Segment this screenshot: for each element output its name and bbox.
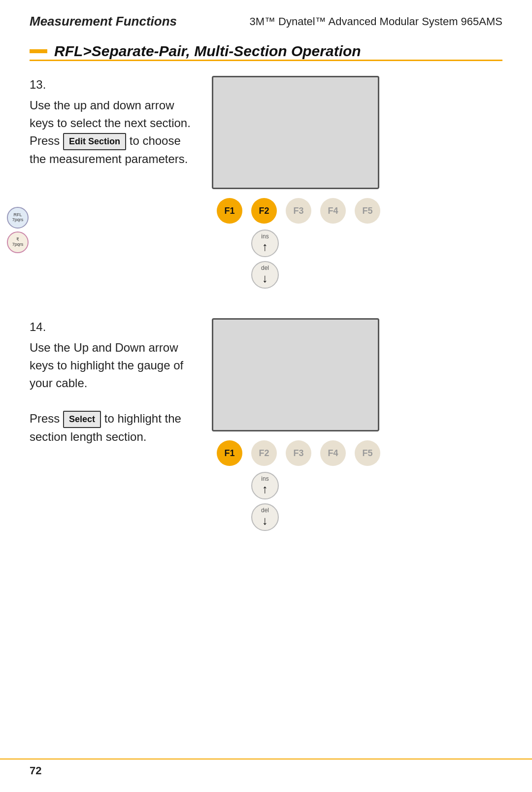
page-footer: 72 xyxy=(0,759,532,777)
select-button[interactable]: Select xyxy=(63,411,101,428)
step14-content: 14. Use the Up and Down arrow keys to hi… xyxy=(0,289,532,531)
f5-button-1[interactable]: F5 xyxy=(355,198,380,224)
side-icon-rfl-label: RFL7pqrs xyxy=(12,213,24,223)
f5-button-2[interactable]: F5 xyxy=(355,440,380,466)
page-title: RFL>Separate-Pair, Multi-Section Operati… xyxy=(54,43,361,60)
title-prefix: RFL> xyxy=(54,43,92,59)
ins-arrow-1: ↑ xyxy=(262,240,268,254)
f3-button-1[interactable]: F3 xyxy=(286,198,311,224)
title-section: RFL>Separate-Pair, Multi-Section Operati… xyxy=(0,34,532,60)
step13-number: 13. xyxy=(30,76,192,94)
step13-text: 13. Use the up and down arrow keys to se… xyxy=(30,76,192,289)
ins-label-1: ins xyxy=(261,233,268,240)
device-screen-1 xyxy=(212,76,379,189)
f2-button-2[interactable]: F2 xyxy=(251,440,277,466)
step14-device: F1 F2 F3 F4 F5 ins ↑ del ↓ xyxy=(212,318,502,531)
f4-button-1[interactable]: F4 xyxy=(320,198,346,224)
del-arrow-1: ↓ xyxy=(262,271,268,285)
ins-button-2[interactable]: ins ↑ xyxy=(251,472,279,499)
page-header: Measurement Functions 3M™ Dynatel™ Advan… xyxy=(0,0,532,34)
del-label-2: del xyxy=(261,507,269,514)
f4-button-2[interactable]: F4 xyxy=(320,440,346,466)
side-icons-container: RFL7pqrs ₹7pqrs xyxy=(7,207,29,253)
func-buttons-1: F1 F2 F3 F4 F5 xyxy=(217,198,380,224)
step14-text-before-btn: Press xyxy=(30,412,60,425)
nav-buttons-2: ins ↑ del ↓ xyxy=(251,472,279,531)
nav-buttons-1: ins ↑ del ↓ xyxy=(251,230,279,289)
header-section-title: Measurement Functions xyxy=(30,14,177,29)
title-main: Separate-Pair, Multi-Section Operation xyxy=(92,43,361,59)
edit-section-button[interactable]: Edit Section xyxy=(63,133,126,150)
f1-button-2[interactable]: F1 xyxy=(217,440,242,466)
ins-button-1[interactable]: ins ↑ xyxy=(251,230,279,257)
title-bar: RFL>Separate-Pair, Multi-Section Operati… xyxy=(30,43,502,60)
ins-arrow-2: ↑ xyxy=(262,482,268,496)
del-label-1: del xyxy=(261,264,269,271)
side-icon-money[interactable]: ₹7pqrs xyxy=(7,231,29,253)
header-product-title: 3M™ Dynatel™ Advanced Modular System 965… xyxy=(249,15,502,28)
f2-button-1[interactable]: F2 xyxy=(251,198,277,224)
step14-number: 14. xyxy=(30,318,192,336)
side-icon-rfl[interactable]: RFL7pqrs xyxy=(7,207,29,229)
f3-button-2[interactable]: F3 xyxy=(286,440,311,466)
step13-content: 13. Use the up and down arrow keys to se… xyxy=(0,61,532,289)
step13-device: F1 F2 F3 F4 F5 ins ↑ del ↓ xyxy=(212,76,502,289)
page-number: 72 xyxy=(30,764,41,777)
del-button-1[interactable]: del ↓ xyxy=(251,261,279,289)
title-bar-accent xyxy=(30,49,47,53)
step14-paragraph1: Use the Up and Down arrow keys to highli… xyxy=(30,339,192,392)
del-button-2[interactable]: del ↓ xyxy=(251,503,279,531)
side-icon-money-label: ₹7pqrs xyxy=(12,237,24,247)
step14-paragraph2: Press Select to highlight the section le… xyxy=(30,410,192,446)
device-screen-2 xyxy=(212,318,379,431)
ins-label-2: ins xyxy=(261,475,268,482)
step13-paragraph: Use the up and down arrow keys to select… xyxy=(30,97,192,168)
del-arrow-2: ↓ xyxy=(262,514,268,528)
func-buttons-2: F1 F2 F3 F4 F5 xyxy=(217,440,380,466)
f1-button-1[interactable]: F1 xyxy=(217,198,242,224)
step14-text: 14. Use the Up and Down arrow keys to hi… xyxy=(30,318,192,531)
page: Measurement Functions 3M™ Dynatel™ Advan… xyxy=(0,0,532,792)
